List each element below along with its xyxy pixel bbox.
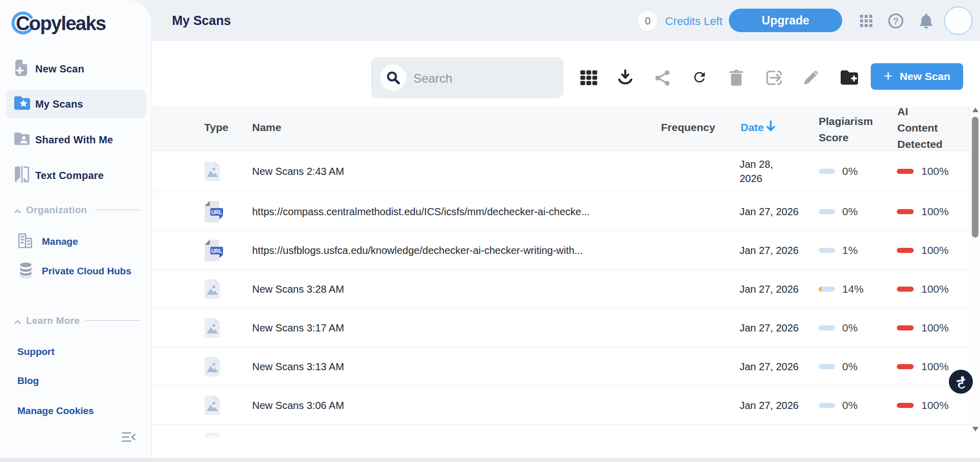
svg-text:Copyleaks: Copyleaks <box>16 13 106 34</box>
svg-text:?: ? <box>893 16 899 27</box>
